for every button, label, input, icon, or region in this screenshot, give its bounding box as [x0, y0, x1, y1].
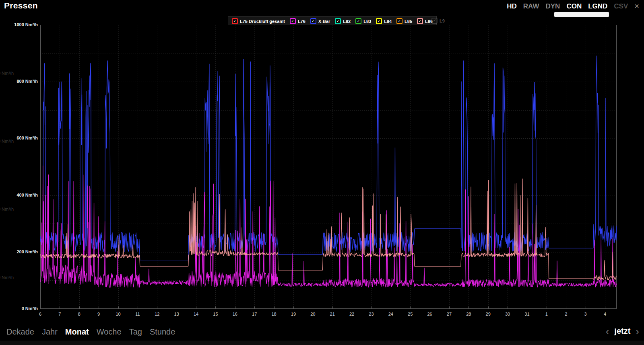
jetzt-button[interactable]: jetzt: [614, 327, 630, 336]
legend-checkbox-l75-icon[interactable]: ✓: [232, 18, 238, 24]
tab-range-stunde[interactable]: Stunde: [150, 327, 175, 337]
next-chevron-icon[interactable]: ›: [636, 327, 639, 336]
x-tick-label: 2: [559, 312, 573, 316]
x-tick-label: 7: [53, 312, 66, 316]
x-tick-label: 14: [189, 312, 203, 316]
menu-item-con-button[interactable]: CON: [566, 2, 582, 10]
x-tick-label: 24: [384, 312, 398, 316]
x-tick-label: 1: [540, 312, 553, 316]
header-menu: HDRAWDYNCONLGNDCSV×: [507, 2, 639, 11]
x-tick-label: 26: [423, 312, 437, 316]
x-tick-label: 11: [131, 312, 144, 316]
tab-range-tag[interactable]: Tag: [129, 327, 142, 337]
x-tick-label: 25: [403, 312, 417, 316]
x-tick-label: 18: [267, 312, 281, 316]
x-tick-label: 19: [287, 312, 300, 316]
footer-toolbar: DekadeJahrMonatWocheTagStunde ‹ jetzt ›: [0, 323, 644, 340]
range-tabs: DekadeJahrMonatWocheTagStunde: [0, 327, 175, 337]
page-title: Pressen: [4, 1, 38, 10]
x-tick-label: 22: [345, 312, 359, 316]
ghost-y-tick-label: 400 Nm³/h: [0, 207, 14, 212]
ghost-y-tick-label: 600 Nm³/h: [0, 139, 14, 144]
tab-range-monat[interactable]: Monat: [65, 327, 89, 337]
legend-item-l86[interactable]: ✓L86: [417, 18, 433, 24]
y-tick-label: 800 Nm³/h: [0, 79, 38, 84]
tab-range-woche[interactable]: Woche: [97, 327, 122, 337]
legend-checkbox-xbar-icon[interactable]: ✓: [310, 18, 316, 24]
chart-canvas[interactable]: [40, 25, 617, 309]
ghost-y-tick-label: 800 Nm³/h: [0, 71, 14, 76]
legend-label-l75: L75 Druckluft gesamt: [240, 19, 285, 24]
legend-label-l82: L82: [343, 19, 351, 24]
legend-item-l84[interactable]: ✓L84: [376, 18, 392, 24]
scroll-handle[interactable]: [554, 12, 609, 17]
x-tick-label: 10: [111, 312, 125, 316]
legend-checkbox-l86-icon[interactable]: ✓: [417, 18, 423, 24]
x-tick-label: 21: [326, 312, 339, 316]
menu-item-csv-button[interactable]: CSV: [614, 2, 628, 10]
legend-checkbox-dim-icon[interactable]: ✓: [431, 18, 438, 24]
legend-label-l83: L83: [363, 19, 371, 24]
x-tick-label: 15: [208, 312, 222, 316]
x-tick-label: 3: [579, 312, 592, 316]
legend-item-l83[interactable]: ✓L83: [355, 18, 371, 24]
legend-item-dim[interactable]: ✓ L9: [431, 18, 445, 24]
legend-label-l84: L84: [384, 19, 392, 24]
x-tick-label: 20: [306, 312, 320, 316]
close-icon[interactable]: ×: [634, 2, 639, 11]
legend-checkbox-l76-icon[interactable]: ✓: [290, 18, 296, 24]
app-root: { "header": { "title": "Pressen", "menu"…: [0, 0, 644, 345]
legend-checkbox-l82-icon[interactable]: ✓: [335, 18, 341, 24]
legend-checkbox-l84-icon[interactable]: ✓: [376, 18, 382, 24]
legend-label-l76: L76: [298, 19, 305, 24]
x-tick-label: 13: [170, 312, 184, 316]
x-tick-label: 6: [33, 312, 47, 316]
legend-label-l85: L85: [405, 19, 412, 24]
x-tick-label: 4: [598, 312, 612, 316]
x-tick-label: 27: [442, 312, 456, 316]
x-tick-label: 17: [248, 312, 261, 316]
x-tick-label: 12: [150, 312, 164, 316]
tab-range-dekade[interactable]: Dekade: [6, 327, 34, 337]
x-tick-label: 30: [501, 312, 514, 316]
menu-item-raw-button[interactable]: RAW: [523, 2, 539, 10]
x-tick-label: 29: [481, 312, 495, 316]
prev-chevron-icon[interactable]: ‹: [606, 327, 609, 336]
x-tick-label: 28: [462, 312, 475, 316]
y-tick-label: 400 Nm³/h: [0, 193, 38, 197]
y-tick-label: 1000 Nm³/h: [0, 22, 38, 27]
x-tick-label: 31: [520, 312, 534, 316]
y-tick-label: 200 Nm³/h: [0, 249, 38, 254]
x-tick-label: 16: [228, 312, 242, 316]
window-bottom-edge: [0, 341, 644, 345]
legend-item-dim-label: L9: [440, 18, 445, 23]
legend-checkbox-l83-icon[interactable]: ✓: [355, 18, 361, 24]
x-tick-label: 9: [92, 312, 105, 316]
x-tick-label: 23: [364, 312, 378, 316]
menu-item-lgnd-button[interactable]: LGND: [588, 2, 607, 10]
legend-item-l76[interactable]: ✓L76: [290, 18, 305, 24]
x-tick-label: 8: [72, 312, 86, 316]
y-tick-label: 0 Nm³/h: [0, 306, 38, 311]
legend-label-xbar: X-Bar: [318, 19, 330, 24]
legend-item-l85[interactable]: ✓L85: [396, 18, 412, 24]
legend-item-l75[interactable]: ✓L75 Druckluft gesamt: [232, 18, 285, 24]
legend-item-xbar[interactable]: ✓X-Bar: [310, 18, 330, 24]
time-nav: ‹ jetzt ›: [606, 327, 639, 336]
menu-item-dyn-button[interactable]: DYN: [545, 2, 560, 10]
legend-item-l82[interactable]: ✓L82: [335, 18, 351, 24]
tab-range-jahr[interactable]: Jahr: [42, 327, 58, 337]
legend-checkbox-l85-icon[interactable]: ✓: [396, 18, 402, 24]
menu-item-hd-button[interactable]: HD: [507, 2, 517, 10]
ghost-y-tick-label: 200 Nm³/h: [0, 275, 14, 280]
